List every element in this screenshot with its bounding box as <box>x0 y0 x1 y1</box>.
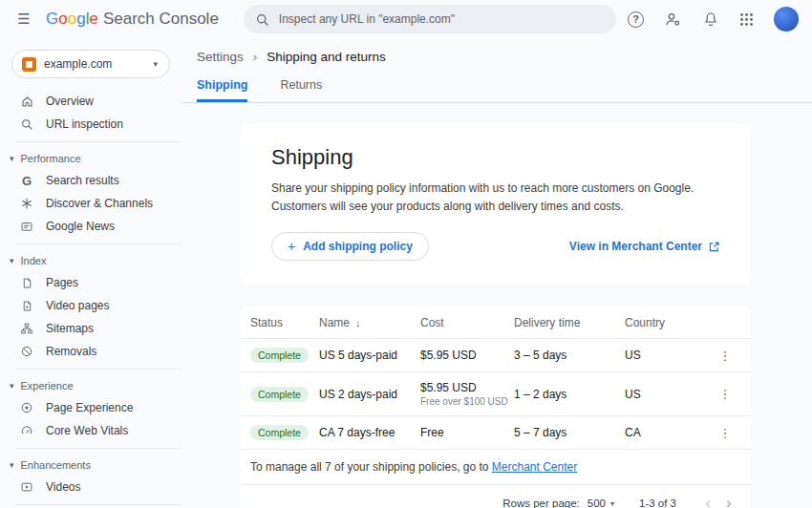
breadcrumb: Settings › Shipping and returns <box>182 38 812 64</box>
top-bar: ☰ GoogleSearch Console ? <box>0 0 812 38</box>
section-label: Performance <box>21 153 81 164</box>
policy-country: US <box>625 388 709 401</box>
sidebar-item-page-experience[interactable]: Page Experience <box>0 396 182 419</box>
row-kebab-menu-icon[interactable]: ⋮ <box>709 349 741 363</box>
property-selector[interactable]: example.com ▾ <box>11 50 170 78</box>
sitemap-icon <box>19 322 34 335</box>
plus-icon: + <box>288 239 295 254</box>
property-name: example.com <box>44 57 112 71</box>
table-header-row: Status Name ↓ Cost Delivery time Country <box>241 307 751 339</box>
status-badge: Complete <box>250 387 309 402</box>
status-badge: Complete <box>250 425 309 440</box>
policy-cost: $5.95 USD Free over $100 USD <box>420 381 514 407</box>
column-header-status[interactable]: Status <box>250 316 319 329</box>
add-shipping-policy-button[interactable]: + Add shipping policy <box>271 232 429 261</box>
sidebar-divider <box>15 369 182 370</box>
column-header-delivery-time[interactable]: Delivery time <box>514 316 625 329</box>
status-badge: Complete <box>250 348 309 363</box>
url-inspect-search[interactable] <box>244 5 616 33</box>
discover-asterisk-icon <box>19 197 34 210</box>
sidebar-divider <box>15 141 182 142</box>
sidebar-section-experience[interactable]: ▾ Experience <box>0 375 182 396</box>
search-input[interactable] <box>279 12 605 26</box>
top-actions: ? <box>628 7 799 32</box>
sidebar-item-search-results[interactable]: G Search results <box>0 169 182 192</box>
caret-down-icon: ▾ <box>10 256 14 265</box>
policy-cost: Free <box>420 426 514 439</box>
policy-name: CA 7 days-free <box>319 426 420 439</box>
sidebar-item-label: Videos <box>46 480 80 494</box>
logo-letter: e <box>89 10 97 28</box>
sidebar-section-index[interactable]: ▾ Index <box>0 250 182 271</box>
rows-per-page-select[interactable]: 500 ▾ <box>588 497 614 508</box>
sort-desc-icon: ↓ <box>355 317 361 328</box>
sidebar-item-label: Discover & Channels <box>46 197 153 210</box>
sidebar-item-label: Core Web Vitals <box>46 424 128 437</box>
removals-blocked-icon <box>19 345 34 358</box>
table-row[interactable]: Complete US 5 days-paid $5.95 USD 3 – 5 … <box>241 339 751 372</box>
tab-bar: Shipping Returns <box>182 64 812 103</box>
previous-page-icon[interactable]: ‹ <box>697 495 718 508</box>
description-line: Customers will see your products along w… <box>271 198 720 216</box>
next-page-icon[interactable]: › <box>718 495 739 508</box>
hamburger-menu-icon[interactable]: ☰ <box>10 5 38 33</box>
rows-per-page-label: Rows per page: <box>502 497 580 508</box>
sidebar-item-overview[interactable]: Overview <box>0 90 182 113</box>
sidebar-item-discover-channels[interactable]: Discover & Channels <box>0 192 182 215</box>
policy-name: US 5 days-paid <box>319 349 420 362</box>
user-avatar[interactable] <box>774 7 799 32</box>
sidebar-section-enhancements[interactable]: ▾ Enhancements <box>0 455 182 476</box>
caret-down-icon: ▾ <box>10 381 14 391</box>
sidebar: example.com ▾ Overview URL inspection ▾ … <box>0 38 182 508</box>
row-kebab-menu-icon[interactable]: ⋮ <box>709 387 741 401</box>
chevron-down-icon: ▾ <box>153 59 158 69</box>
sidebar-section-performance[interactable]: ▾ Performance <box>0 148 182 169</box>
breadcrumb-settings[interactable]: Settings <box>197 50 244 64</box>
cost-note: Free over $100 USD <box>420 396 514 407</box>
policy-country: US <box>625 349 709 362</box>
user-settings-icon[interactable] <box>664 11 682 29</box>
logo-letter: G <box>46 10 58 28</box>
tab-shipping[interactable]: Shipping <box>197 78 247 102</box>
speedometer-icon <box>19 424 34 437</box>
help-icon[interactable]: ? <box>628 11 644 28</box>
column-header-country[interactable]: Country <box>625 316 709 329</box>
section-label: Index <box>21 255 47 266</box>
view-in-merchant-center-link[interactable]: View in Merchant Center <box>569 240 720 253</box>
policy-delivery-time: 5 – 7 days <box>514 426 625 439</box>
sidebar-item-label: Sitemaps <box>46 322 94 335</box>
main-content: Settings › Shipping and returns Shipping… <box>182 38 812 508</box>
sidebar-item-label: Page Experience <box>46 401 133 414</box>
row-kebab-menu-icon[interactable]: ⋮ <box>709 426 741 440</box>
policy-country: CA <box>625 426 709 439</box>
merchant-center-link[interactable]: Merchant Center <box>492 460 577 474</box>
description-line: Share your shipping policy information w… <box>271 180 720 198</box>
breadcrumb-chevron-icon: › <box>253 50 257 64</box>
magnifier-icon <box>19 117 34 131</box>
tab-returns[interactable]: Returns <box>280 78 322 102</box>
notifications-bell-icon[interactable] <box>702 11 719 28</box>
sidebar-item-video-pages[interactable]: Video pages <box>0 294 182 317</box>
sidebar-item-url-inspection[interactable]: URL inspection <box>0 113 182 136</box>
caret-down-icon: ▾ <box>10 460 14 470</box>
app-logo[interactable]: GoogleSearch Console <box>46 10 219 29</box>
sidebar-item-label: Overview <box>46 95 94 108</box>
sidebar-item-videos[interactable]: Videos <box>0 476 182 498</box>
sidebar-item-sitemaps[interactable]: Sitemaps <box>0 317 182 340</box>
news-icon <box>19 220 34 233</box>
apps-grid-icon[interactable] <box>739 12 754 27</box>
section-label: Experience <box>21 380 74 392</box>
sidebar-item-core-web-vitals[interactable]: Core Web Vitals <box>0 419 182 442</box>
sidebar-item-google-news[interactable]: Google News <box>0 215 182 238</box>
table-row[interactable]: Complete CA 7 days-free Free 5 – 7 days … <box>241 416 751 450</box>
column-header-name[interactable]: Name ↓ <box>319 316 420 329</box>
video-page-icon <box>19 300 34 312</box>
sidebar-item-label: Google News <box>46 220 115 233</box>
video-icon <box>19 480 34 494</box>
column-header-cost[interactable]: Cost <box>420 316 514 329</box>
sidebar-item-removals[interactable]: Removals <box>0 340 182 363</box>
table-row[interactable]: Complete US 2 days-paid $5.95 USD Free o… <box>241 372 751 416</box>
logo-letter: o <box>58 10 67 28</box>
sidebar-item-pages[interactable]: Pages <box>0 271 182 294</box>
breadcrumb-current: Shipping and returns <box>267 50 386 64</box>
